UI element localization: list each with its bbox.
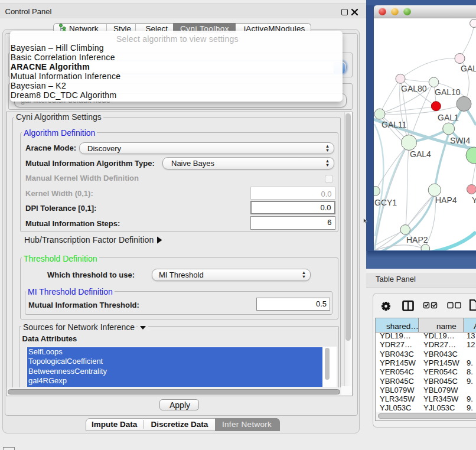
svg-text:GAL1: GAL1 [438, 113, 459, 122]
svg-text:GAL10: GAL10 [435, 87, 461, 97]
svg-text:SWI4: SWI4 [450, 136, 470, 145]
svg-text:GAL80: GAL80 [401, 84, 427, 93]
svg-text:GAL4: GAL4 [410, 149, 431, 159]
svg-text:GCY1: GCY1 [374, 198, 397, 207]
svg-text:YJL: YJL [472, 195, 476, 205]
svg-text:GAL80: GAL80 [461, 64, 476, 73]
svg-text:GAL11: GAL11 [382, 120, 407, 129]
svg-text:HAP2: HAP2 [406, 235, 428, 244]
svg-text:HAP4: HAP4 [435, 195, 457, 205]
